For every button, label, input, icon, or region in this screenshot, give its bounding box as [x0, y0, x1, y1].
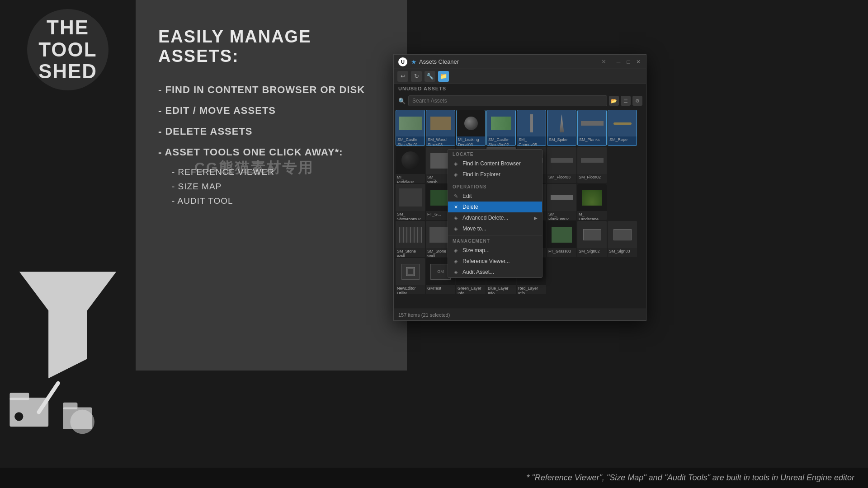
locate-section-label: LOCATE	[448, 150, 542, 158]
delete-icon: ✕	[453, 204, 459, 210]
ue-star-icon: ★	[411, 58, 417, 66]
asset-item[interactable]: SM_Spike	[547, 110, 576, 146]
asset-thumb	[396, 110, 425, 136]
status-text: 157 items (21 selected)	[398, 312, 450, 318]
move-icon: ◈	[453, 225, 459, 232]
asset-item[interactable]: SM_CastleStairs3m01	[396, 110, 425, 146]
asset-label: M_Landscape	[577, 211, 607, 220]
ctx-divider-2	[448, 235, 542, 235]
explorer-icon: ◈	[453, 171, 459, 178]
settings-search-btn[interactable]: ⚙	[632, 96, 642, 106]
asset-thumb	[547, 184, 576, 211]
search-input[interactable]	[408, 95, 607, 106]
asset-thumb	[578, 110, 606, 136]
asset-label: SM_Castle-Stairs3m02	[487, 136, 515, 145]
footer-text: * "Reference Viewer", "Size Map" and "Au…	[526, 473, 854, 482]
svg-rect-3	[14, 412, 23, 421]
find-in-explorer-label: Find in Explorer	[462, 171, 500, 178]
watermark: CG熊猫素材专用	[194, 158, 314, 178]
asset-thumb	[426, 110, 455, 136]
asset-label: Red_LayerInfo	[517, 285, 546, 294]
filter-search-btn[interactable]: ☰	[621, 96, 631, 106]
size-map-label: Size map...	[462, 247, 490, 253]
audit-icon: ◈	[453, 269, 459, 275]
asset-item[interactable]: SM_Sign02	[577, 221, 607, 257]
brand-text: THE TOOL SHED	[38, 17, 97, 82]
audit-asset-label: Audit Asset...	[462, 269, 494, 275]
asset-label: Blue_LayerInfo	[486, 285, 516, 294]
context-menu: LOCATE ◈ Find in Content Browser ◈ Find …	[448, 149, 542, 278]
reference-viewer-label: Reference Viewer...	[462, 258, 510, 264]
asset-label: SM_WoodStairs03	[426, 136, 455, 145]
asset-thumb	[457, 110, 485, 136]
asset-label: SM_Floor02	[577, 174, 607, 183]
move-to-btn[interactable]: ◈ Move to...	[448, 223, 542, 234]
asset-thumb	[577, 184, 607, 211]
asset-item[interactable]: SM_Planks	[577, 110, 607, 146]
search-icon: 🔍	[397, 98, 406, 104]
asset-thumb	[547, 221, 576, 248]
asset-item[interactable]: FT_Grass03	[547, 221, 576, 257]
edit-icon: ✎	[453, 193, 459, 199]
ue-window-title: Assets Cleaner	[419, 58, 601, 65]
svg-marker-0	[19, 272, 116, 378]
folder-btn[interactable]: 📁	[438, 71, 449, 82]
asset-item[interactable]: SM_Plank3m02	[547, 184, 576, 220]
find-in-content-browser-label: Find in Content Browser	[462, 160, 521, 167]
ue-toolbar: ↩ ↻ 🔧 📁	[394, 69, 646, 84]
reference-viewer-icon: ◈	[453, 258, 459, 264]
undo-btn[interactable]: ↩	[397, 71, 408, 82]
svg-rect-5	[63, 407, 92, 429]
edit-label: Edit	[462, 193, 472, 199]
svg-rect-2	[9, 393, 29, 400]
size-map-icon: ◈	[453, 247, 459, 253]
asset-item[interactable]: SM_WoodStairs03	[426, 110, 455, 146]
asset-thumb	[577, 147, 607, 174]
asset-item[interactable]: SM_Castle-Stairs3m02	[486, 110, 516, 146]
footer-note: * "Reference Viewer", "Size Map" and "Au…	[0, 468, 868, 488]
feature-item-1: - FIND IN CONTENT BROWSER OR DISK	[158, 84, 384, 96]
asset-thumb	[396, 147, 425, 174]
filter-btn[interactable]: 🔧	[425, 71, 435, 82]
asset-item[interactable]: SM_Sign03	[608, 221, 637, 257]
ue-close-btn[interactable]: ✕	[635, 59, 642, 65]
delete-btn[interactable]: ✕ Delete	[448, 202, 542, 212]
asset-item[interactable]: SM_StoneWall...	[396, 221, 425, 257]
asset-thumb	[396, 258, 425, 285]
asset-item[interactable]: SM_Showroom02	[396, 184, 425, 220]
advanced-delete-btn[interactable]: ◈ Advanced Delete... ▶	[448, 212, 542, 223]
asset-label: SM_Showroom02	[396, 211, 425, 220]
main-content-panel: EASILY MANAGE ASSETS: - FIND IN CONTENT …	[136, 0, 407, 371]
operations-section-label: OPERATIONS	[448, 182, 542, 191]
asset-label: SM_Planks	[578, 136, 606, 145]
asset-label: SM_Rope	[608, 136, 637, 145]
ue-close-tab-btn[interactable]: ✕	[601, 58, 606, 65]
asset-item[interactable]: MI_Puddle02	[396, 147, 425, 183]
asset-label: GMTest	[426, 285, 455, 294]
submenu-arrow-icon: ▶	[534, 216, 538, 221]
audit-asset-btn[interactable]: ◈ Audit Asset...	[448, 267, 542, 277]
asset-item[interactable]: MI_LeakingDecal03	[456, 110, 486, 146]
refresh-btn[interactable]: ↻	[411, 71, 422, 82]
asset-item[interactable]: NewEditorUtility...	[396, 258, 425, 294]
asset-thumb	[547, 110, 576, 136]
asset-label: SM_Plank3m02	[547, 211, 576, 220]
asset-item[interactable]: M_Landscape	[577, 184, 607, 220]
find-in-content-browser-btn[interactable]: ◈ Find in Content Browser	[448, 158, 542, 169]
svg-rect-6	[63, 403, 77, 409]
asset-item[interactable]: SM_Floor03	[547, 147, 576, 183]
asset-thumb	[577, 221, 607, 248]
reference-viewer-btn[interactable]: ◈ Reference Viewer...	[448, 256, 542, 267]
ue-minimize-btn[interactable]: ─	[615, 59, 622, 65]
asset-item[interactable]: SM_Floor02	[577, 147, 607, 183]
folder-search-btn[interactable]: 📂	[609, 96, 619, 106]
size-map-btn[interactable]: ◈ Size map...	[448, 245, 542, 256]
edit-btn[interactable]: ✎ Edit	[448, 191, 542, 202]
asset-thumb	[608, 110, 637, 136]
asset-item[interactable]: SM_Canopy05	[517, 110, 546, 146]
ue-maximize-btn[interactable]: □	[625, 59, 632, 65]
asset-item[interactable]: SM_Rope	[608, 110, 637, 146]
asset-label: SM_Sign03	[608, 248, 637, 257]
asset-thumb	[517, 110, 546, 136]
find-in-explorer-btn[interactable]: ◈ Find in Explorer	[448, 169, 542, 180]
